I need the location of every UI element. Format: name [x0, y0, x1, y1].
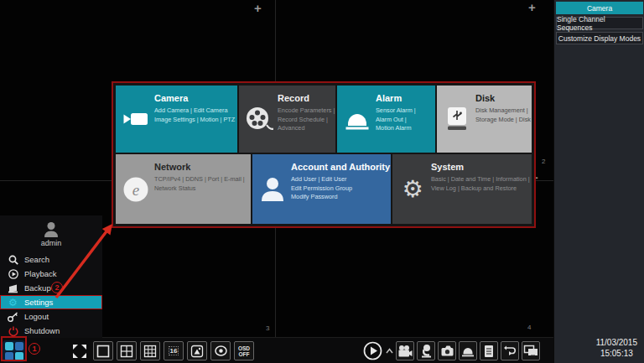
- tile-line: Sensor Alarm |: [376, 106, 432, 116]
- svg-text:e: e: [132, 181, 139, 199]
- osd-off-icon: OSD OFF: [238, 345, 250, 357]
- alarm-status-icon: [483, 345, 495, 358]
- settings-tile-account[interactable]: Account and Authority Add User | Edit Us…: [252, 154, 391, 224]
- ptz-icon: [419, 344, 433, 358]
- menu-item-logout[interactable]: Logout: [0, 309, 102, 324]
- view-1-button[interactable]: [93, 341, 113, 360]
- tile-row-1: Camera Add Camera | Edit Camera Image Se…: [116, 86, 532, 153]
- display-output-icon: [523, 345, 538, 357]
- video-camera-icon: [121, 111, 151, 127]
- settings-tile-network[interactable]: e Network TCP/IPv4 | DDNS | Port | E-mai…: [116, 154, 251, 224]
- display-output-button[interactable]: [522, 341, 540, 360]
- expand-toolbar-button[interactable]: [385, 341, 393, 360]
- channel-number-4: 4: [527, 324, 531, 331]
- tile-line: Motion Alarm: [376, 124, 432, 133]
- manual-record-icon: [397, 345, 413, 358]
- fullscreen-button[interactable]: [70, 341, 90, 360]
- view-9-icon: [143, 345, 157, 358]
- settings-tile-camera[interactable]: Camera Add Camera | Edit Camera Image Se…: [116, 86, 237, 153]
- alarm-status-button[interactable]: [480, 341, 498, 360]
- tile-title: Alarm: [376, 93, 432, 103]
- nvr-screen: + + + 2 3 4 Camera Single Channel Sequen…: [0, 0, 644, 363]
- play-circle-icon: [8, 269, 18, 279]
- settings-tile-alarm[interactable]: Alarm Sensor Alarm | Alarm Out | Motion …: [337, 86, 435, 153]
- osd-toggle-button[interactable]: OSD OFF: [234, 341, 254, 360]
- tile-line: Add Camera | Edit Camera: [154, 106, 234, 116]
- menu-item-playback[interactable]: Playback: [0, 267, 102, 281]
- tile-line: Edit Permission Group: [291, 184, 387, 194]
- action-toolbar: [362, 341, 540, 360]
- view-9-button[interactable]: [140, 341, 160, 360]
- add-camera-button-cell2[interactable]: +: [528, 2, 536, 13]
- globe-icon: e: [121, 175, 151, 204]
- avatar-icon: [44, 221, 59, 238]
- dwell-picture-icon: [190, 345, 204, 358]
- menu-item-search[interactable]: Search: [0, 252, 102, 267]
- tile-line: Storage Mode | Disk: [475, 116, 528, 125]
- tile-line: Modify Password: [291, 193, 387, 202]
- view-1-icon: [96, 345, 110, 358]
- time-text: 15:05:13: [596, 348, 637, 359]
- gear-icon: ⚙: [397, 178, 428, 201]
- user-menu: admin Search Playback Backup ⚙ Settings …: [0, 215, 102, 338]
- preview-eye-icon: [214, 345, 228, 357]
- view-16-button[interactable]: 16: [164, 341, 184, 360]
- annotation-step-2: 2: [51, 282, 63, 293]
- tile-row-2: e Network TCP/IPv4 | DDNS | Port | E-mai…: [116, 154, 532, 224]
- channel-number-3: 3: [266, 324, 269, 332]
- tile-line: Image Settings | Motion | PTZ: [154, 116, 234, 125]
- snapshot-button[interactable]: [438, 341, 456, 360]
- manual-alarm-button[interactable]: [459, 341, 477, 360]
- dwell-button[interactable]: [187, 341, 207, 360]
- view-4-icon: [120, 345, 133, 358]
- usb-disk-icon: [442, 106, 472, 132]
- view-4-button[interactable]: [117, 341, 137, 360]
- tile-line: Add User | Edit User: [291, 175, 387, 184]
- menu-item-settings[interactable]: ⚙ Settings: [0, 295, 102, 309]
- tile-line: Encode Parameters |: [278, 106, 332, 116]
- tile-title: System: [431, 162, 528, 172]
- bottom-toolbar: 16 OSD OFF: [0, 337, 553, 363]
- tile-title: Camera: [154, 93, 234, 103]
- user-icon: [257, 176, 288, 203]
- search-icon: [8, 255, 18, 265]
- manual-alarm-icon: [461, 345, 475, 357]
- display-mode-panel: Camera Single Channel Sequences Customiz…: [553, 0, 644, 363]
- menu-item-label: Backup: [24, 283, 51, 293]
- play-button[interactable]: [362, 341, 382, 360]
- tile-title: Record: [278, 93, 332, 103]
- power-icon: [8, 326, 18, 336]
- customize-display-modes-button[interactable]: Customize Display Modes: [556, 32, 643, 44]
- settings-tile-panel: Camera Add Camera | Edit Camera Image Se…: [112, 81, 536, 228]
- preview-button[interactable]: [210, 341, 231, 360]
- talk-button[interactable]: [501, 341, 519, 360]
- single-channel-sequences-button[interactable]: Single Channel Sequences: [556, 17, 643, 29]
- annotation-box-start-button: [1, 336, 27, 361]
- datetime-display: 11/03/2015 15:05:13: [596, 337, 637, 359]
- username-text: admin: [41, 239, 62, 247]
- menu-item-label: Playback: [24, 269, 57, 278]
- play-icon: [363, 341, 382, 360]
- ptz-button[interactable]: [417, 341, 435, 360]
- settings-tile-record[interactable]: Record Encode Parameters | Record Schedu…: [239, 86, 335, 153]
- film-reel-icon: [244, 106, 274, 132]
- date-text: 11/03/2015: [596, 337, 637, 348]
- tile-line: Alarm Out |: [376, 116, 432, 125]
- settings-tile-system[interactable]: ⚙ System Basic | Date and Time | Informa…: [392, 154, 532, 224]
- camera-mode-button[interactable]: Camera: [556, 2, 643, 14]
- talk-icon: [503, 345, 517, 357]
- tile-line: Network Status: [154, 184, 247, 194]
- add-camera-button-cell1[interactable]: +: [254, 3, 262, 14]
- menu-item-label: Shutdown: [24, 326, 60, 335]
- menu-item-label: Settings: [24, 298, 53, 307]
- manual-record-button[interactable]: [396, 341, 414, 360]
- gear-icon: ⚙: [8, 298, 18, 308]
- menu-item-label: Logout: [24, 312, 49, 321]
- settings-tile-disk[interactable]: Disk Disk Management | Storage Mode | Di…: [437, 86, 532, 153]
- tile-title: Disk: [475, 93, 528, 103]
- tile-title: Network: [154, 162, 247, 172]
- tile-line: Disk Management |: [475, 106, 528, 116]
- chevron-up-icon: [386, 348, 393, 354]
- key-icon: [8, 312, 18, 322]
- tile-line: Advanced: [278, 124, 332, 133]
